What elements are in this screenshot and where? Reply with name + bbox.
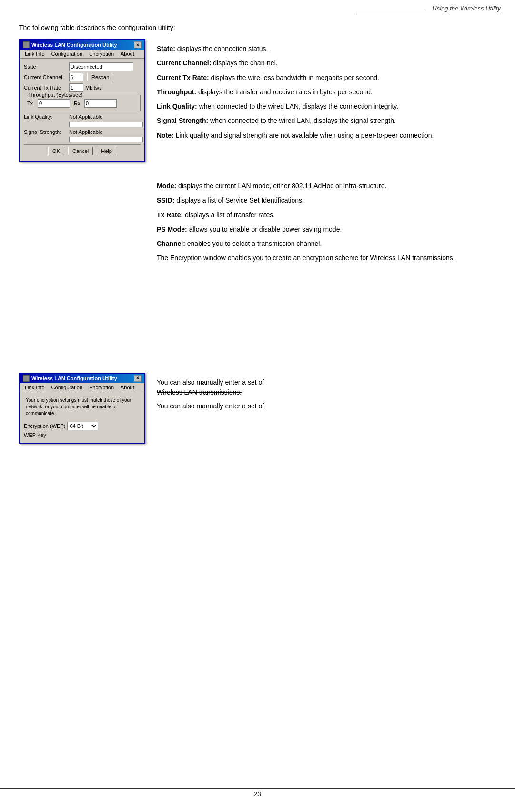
dialog-1-titlebar: Wireless LAN Configuration Utility × bbox=[20, 40, 144, 50]
desc-state-term: State: bbox=[157, 45, 175, 52]
desc-channel2-text: enables you to select a transmission cha… bbox=[187, 240, 322, 247]
bottom-line1: You can also manually enter a set of bbox=[157, 377, 264, 387]
desc-signalstrength-text: when connected to the wired LAN, display… bbox=[210, 117, 396, 124]
menu-encryption[interactable]: Encryption bbox=[86, 51, 117, 57]
bottom-extra: You can also manually enter a set of bbox=[157, 401, 264, 411]
dialog-2-body: Your encryption settings must match thos… bbox=[20, 392, 144, 443]
dialog-2: Wireless LAN Configuration Utility × Lin… bbox=[19, 373, 145, 444]
dialog-1-title: Wireless LAN Configuration Utility bbox=[31, 42, 117, 48]
throughput-label: Throughput (Bytes/sec) bbox=[27, 92, 83, 98]
desc-encryption-intro-text: The Encryption window enables you to cre… bbox=[157, 254, 455, 262]
desc-txrate2-term: Tx Rate: bbox=[157, 211, 183, 219]
txrate-input[interactable] bbox=[69, 83, 83, 92]
desc-throughput-term: Throughput: bbox=[157, 88, 196, 96]
descriptions-1: State: displays the connection status. C… bbox=[157, 39, 496, 145]
help-button[interactable]: Help bbox=[97, 147, 116, 155]
dialog-2-titlebar-left: Wireless LAN Configuration Utility bbox=[23, 375, 117, 382]
bottom-dialog-area: Mode: displays the current LAN mode, eit… bbox=[19, 176, 496, 268]
linkquality-row: Link Quality: Not Applicable bbox=[24, 114, 141, 120]
ok-button[interactable]: OK bbox=[48, 147, 64, 155]
desc-encryption-intro: The Encryption window enables you to cre… bbox=[157, 253, 496, 263]
page-footer: 23 bbox=[0, 788, 515, 798]
linkquality-bar bbox=[69, 122, 143, 127]
desc-ssid-term: SSID: bbox=[157, 196, 174, 204]
rescan-button[interactable]: Rescan bbox=[87, 73, 113, 81]
state-label: State bbox=[24, 64, 69, 70]
desc-linkquality: Link Quality: when connected to the wire… bbox=[157, 102, 496, 111]
desc-note-text: Link quality and signal strength are not… bbox=[176, 132, 434, 139]
encryption-select[interactable]: Disabled 64 Bit 128 Bit bbox=[67, 422, 98, 430]
desc-signalstrength: Signal Strength: when connected to the w… bbox=[157, 116, 496, 125]
desc-channel2: Channel: enables you to select a transmi… bbox=[157, 239, 496, 248]
desc-note-term: Note: bbox=[157, 132, 174, 139]
page-number: 23 bbox=[254, 791, 261, 798]
desc-psmode: PS Mode: allows you to enable or disable… bbox=[157, 224, 496, 234]
desc-linkquality-text: when connected to the wired LAN, display… bbox=[199, 102, 398, 110]
linkquality-value: Not Applicable bbox=[69, 114, 102, 120]
tx-label: Tx bbox=[27, 101, 38, 106]
bottom-right-text: You can also manually enter a set of Wir… bbox=[157, 373, 264, 411]
bottom-strikethrough: Wireless LAN transmissions. bbox=[157, 387, 264, 397]
bottom-section: Wireless LAN Configuration Utility × Lin… bbox=[19, 373, 496, 444]
desc-linkquality-term: Link Quality: bbox=[157, 102, 197, 110]
page-header: —Using the Wireless Utility bbox=[358, 5, 501, 14]
txrate-unit: Mbits/s bbox=[85, 85, 102, 91]
signalstrength-value: Not Applicable bbox=[69, 129, 102, 135]
desc-signalstrength-term: Signal Strength: bbox=[157, 117, 208, 124]
dialog2-menu-configuration[interactable]: Configuration bbox=[49, 384, 85, 391]
close-button[interactable]: × bbox=[134, 41, 141, 48]
menu-linkinfo[interactable]: Link Info bbox=[22, 51, 48, 57]
bottom-buttons: OK Cancel Help bbox=[24, 144, 141, 157]
desc-channel-term: Current Channel: bbox=[157, 59, 211, 67]
desc-mode-text: displays the current LAN mode, either 80… bbox=[178, 182, 386, 190]
desc-ssid-text: displays a list of Service Set Identific… bbox=[176, 196, 304, 204]
desc-txrate: Current Tx Rate: displays the wire-less … bbox=[157, 73, 496, 82]
dialog-2-close-button[interactable]: × bbox=[134, 375, 141, 382]
desc-channel-text: displays the chan-nel. bbox=[213, 59, 277, 67]
descriptions-2: Mode: displays the current LAN mode, eit… bbox=[157, 176, 496, 268]
menu-about[interactable]: About bbox=[118, 51, 137, 57]
desc-note: Note: Link quality and signal strength a… bbox=[157, 131, 496, 140]
dialog-2-menubar: Link Info Configuration Encryption About bbox=[20, 383, 144, 392]
menu-configuration[interactable]: Configuration bbox=[49, 51, 85, 57]
throughput-row: Tx Rx bbox=[27, 99, 137, 108]
dialog2-menu-about[interactable]: About bbox=[118, 384, 137, 391]
linkquality-label: Link Quality: bbox=[24, 114, 69, 120]
signalstrength-row: Signal Strength: Not Applicable bbox=[24, 129, 141, 135]
titlebar-left: Wireless LAN Configuration Utility bbox=[23, 41, 117, 48]
dialog-2-titlebar: Wireless LAN Configuration Utility × bbox=[20, 374, 144, 383]
intro-text: The following table describes the config… bbox=[19, 24, 496, 31]
dialog2-menu-linkinfo[interactable]: Link Info bbox=[22, 384, 48, 391]
desc-txrate2-text: displays a list of transfer rates. bbox=[185, 211, 275, 219]
channel-label: Current Channel bbox=[24, 74, 69, 80]
rx-label: Rx bbox=[74, 101, 84, 106]
cancel-button[interactable]: Cancel bbox=[68, 147, 93, 155]
desc-txrate-text: displays the wire-less bandwidth in mega… bbox=[211, 74, 379, 81]
rx-input[interactable] bbox=[84, 99, 117, 108]
wepkey-row: WEP Key bbox=[24, 432, 141, 438]
state-input[interactable] bbox=[69, 62, 133, 71]
desc-throughput: Throughput: displays the transfer and re… bbox=[157, 87, 496, 97]
desc-psmode-text: allows you to enable or disable power sa… bbox=[189, 225, 342, 233]
second-section: Mode: displays the current LAN mode, eit… bbox=[19, 176, 496, 268]
encryption-label: Encryption (WEP) bbox=[24, 423, 65, 429]
dialog-2-title: Wireless LAN Configuration Utility bbox=[31, 376, 117, 381]
desc-state: State: displays the connection status. bbox=[157, 44, 496, 53]
channel-input[interactable] bbox=[69, 73, 83, 81]
tx-input[interactable] bbox=[38, 99, 70, 108]
dialog2-menu-encryption[interactable]: Encryption bbox=[86, 384, 117, 391]
desc-channel: Current Channel: displays the chan-nel. bbox=[157, 58, 496, 68]
throughput-group: Throughput (Bytes/sec) Tx Rx bbox=[24, 95, 141, 111]
desc-mode-term: Mode: bbox=[157, 182, 176, 190]
encryption-note: Your encryption settings must match thos… bbox=[24, 395, 141, 419]
dialog-icon bbox=[23, 41, 30, 48]
dialog-2-icon bbox=[23, 375, 30, 382]
signalstrength-label: Signal Strength: bbox=[24, 129, 69, 135]
encryption-wep-row: Encryption (WEP) Disabled 64 Bit 128 Bit bbox=[24, 422, 141, 430]
wepkey-label: WEP Key bbox=[24, 432, 46, 438]
desc-channel2-term: Channel: bbox=[157, 240, 185, 247]
dialog-1: Wireless LAN Configuration Utility × Lin… bbox=[19, 39, 145, 162]
desc-state-text: displays the connection status. bbox=[177, 45, 268, 52]
signalstrength-bar bbox=[69, 137, 143, 142]
desc-txrate2: Tx Rate: displays a list of transfer rat… bbox=[157, 210, 496, 220]
